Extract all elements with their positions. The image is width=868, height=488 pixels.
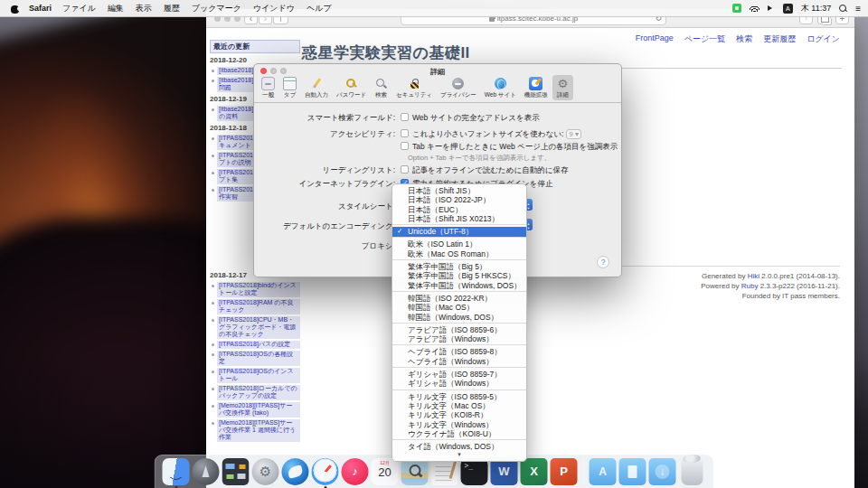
encoding-option[interactable]: アラビア語（Windows）: [392, 334, 526, 345]
spotlight-icon[interactable]: [839, 5, 847, 13]
footer-line-1: Generated by Hiki 2.0.0.pre1 (2014-08-13…: [600, 271, 840, 281]
launchpad-icon[interactable]: [193, 458, 220, 485]
encoding-option[interactable]: 日本語（Shift JIS X0213）: [392, 214, 526, 225]
sidebar-entry[interactable]: [ITPASS2018]CPU・MB・グラフィックボード・電源の不良チェック: [210, 316, 300, 339]
prefs-tab-privacy[interactable]: プライバシー: [437, 75, 480, 100]
encoding-option[interactable]: ヘブライ語（ISO 8859-8）: [392, 347, 526, 356]
menubar-app-name[interactable]: Safari: [29, 4, 52, 13]
nav-link[interactable]: 検索: [736, 33, 752, 45]
mission-control-icon[interactable]: [222, 458, 250, 485]
notification-center-icon[interactable]: ≡: [855, 5, 861, 13]
page-nav: FrontPageページ一覧検索更新履歴ログイン: [636, 33, 840, 45]
encoding-option[interactable]: 韓国語（ISO 2022-KR）: [392, 294, 526, 303]
dock-item-glyph: [193, 458, 220, 485]
sidebar-entry[interactable]: [ITPASS2018]ローカルでのバックアップの設定: [210, 385, 300, 400]
sidebar-entry[interactable]: [Memo2018][ITPASS]サーバ交換作業 1 週間後に行う作業: [210, 419, 300, 442]
font-size-checkbox[interactable]: [401, 129, 409, 137]
encoding-option[interactable]: キリル文字（Mac OS）: [392, 401, 526, 410]
menubar-menu[interactable]: ブックマーク: [192, 3, 241, 14]
dock-item-glyph: ♪: [342, 458, 369, 485]
prefs-tab-websites[interactable]: Web サイト: [481, 75, 520, 100]
encoding-option[interactable]: キリル文字（Windows）: [392, 420, 526, 429]
volume-icon[interactable]: [768, 5, 775, 11]
encoding-option[interactable]: ヘブライ語（Windows）: [392, 357, 526, 368]
menubar-menu[interactable]: 編集: [108, 3, 124, 14]
status-app-icon[interactable]: [732, 4, 741, 13]
nav-link[interactable]: ページ一覧: [684, 33, 725, 45]
calendar-icon[interactable]: 12月 20: [372, 458, 399, 485]
wifi-icon[interactable]: [750, 5, 760, 12]
nav-link[interactable]: 更新履歴: [763, 33, 796, 45]
prefs-tab-advanced[interactable]: ⚙ 詳細: [552, 75, 573, 100]
prefs-toolbar-icon: [261, 77, 275, 90]
encoding-option[interactable]: 韓国語（Windows, DOS）: [392, 313, 526, 324]
encoding-option[interactable]: Unicode（UTF-8）: [392, 227, 526, 238]
menubar-menu[interactable]: ヘルプ: [307, 3, 332, 14]
encoding-option[interactable]: 繁体字中国語（Big 5 HKSCS）: [392, 271, 526, 280]
encoding-option[interactable]: ギリシャ語（ISO 8859-7）: [392, 370, 526, 379]
encoding-option[interactable]: キリル文字（KOI8-R）: [392, 410, 526, 419]
applications-folder-icon[interactable]: A: [590, 458, 617, 485]
dock-separator[interactable]: [583, 458, 584, 485]
nav-link[interactable]: FrontPage: [636, 33, 674, 45]
sidebar-entry[interactable]: [ITPASS2018]OSのインストール: [210, 368, 300, 383]
help-button[interactable]: ?: [597, 256, 609, 268]
prefs-tab-tabs[interactable]: タブ: [279, 75, 300, 100]
encoding-option[interactable]: ウクライナ語（KOI8-U）: [392, 429, 526, 440]
system-preferences-icon[interactable]: ⚙: [252, 458, 279, 485]
finder-icon[interactable]: [163, 458, 190, 485]
menubar-clock[interactable]: 木 11:37: [801, 3, 831, 14]
encoding-option[interactable]: 欧米（Mac OS Roman）: [392, 249, 526, 260]
prefs-tab-passwords[interactable]: パスワード: [333, 75, 370, 100]
encoding-option[interactable]: 日本語（ISO 2022-JP）: [392, 195, 526, 204]
prefs-tab-general[interactable]: 一般: [258, 75, 278, 100]
input-source-icon[interactable]: A: [783, 4, 793, 14]
thunderbird-icon[interactable]: [282, 458, 309, 485]
trash-icon[interactable]: [682, 458, 703, 485]
encoding-option[interactable]: ギリシャ語（Windows）: [392, 379, 526, 389]
tab-highlight-checkbox[interactable]: [401, 142, 409, 150]
menubar-menu[interactable]: 表示: [136, 3, 152, 14]
hiki-link[interactable]: Hiki: [748, 272, 760, 280]
sidebar-entry-text: [ITPASS2018]バスの設定: [217, 341, 300, 349]
ruby-link[interactable]: Ruby: [741, 282, 759, 290]
apple-icon[interactable]: [11, 4, 20, 14]
reading-list-checkbox[interactable]: [401, 165, 409, 174]
prefs-tab-search[interactable]: 検索: [371, 75, 392, 100]
prefs-toolbar-label: パスワード: [336, 91, 366, 99]
encoding-option[interactable]: キリル文字（ISO 8859-5）: [392, 392, 526, 401]
encoding-option[interactable]: 欧米（ISO Latin 1）: [392, 239, 526, 249]
encoding-option[interactable]: タイ語（Windows, DOS）: [392, 442, 526, 451]
sidebar-entry-text: [ITPASS2018]ローカルでのバックアップの設定: [217, 385, 300, 400]
smart-search-checkbox[interactable]: [401, 113, 409, 121]
prefs-tab-autofill[interactable]: 自動入力: [301, 75, 332, 100]
dock-item-glyph: [312, 458, 339, 485]
font-size-select[interactable]: 9 ▾: [566, 129, 581, 139]
encoding-option[interactable]: 韓国語（Mac OS）: [392, 303, 526, 312]
dock-item-glyph: [619, 458, 646, 485]
sidebar-entry[interactable]: [ITPASS2018]bindのインストールと設定: [210, 282, 300, 297]
prefs-toolbar-icon: [344, 77, 358, 90]
menubar-menu[interactable]: ファイル: [62, 3, 96, 14]
nav-link[interactable]: ログイン: [807, 33, 840, 45]
menu-scroll-down-icon[interactable]: ▼: [392, 451, 526, 459]
documents-folder-icon[interactable]: [619, 458, 646, 485]
prefs-tab-extensions[interactable]: 機能拡張: [521, 75, 552, 100]
encoding-option[interactable]: 繁体字中国語（Windows, DOS）: [392, 281, 526, 292]
sidebar-entry[interactable]: [ITPASS2018]RAM の不良チェック: [210, 299, 300, 314]
encoding-option[interactable]: アラビア語（ISO 8859-6）: [392, 325, 526, 334]
encoding-option[interactable]: 繁体字中国語（Big 5）: [392, 262, 526, 271]
safari-icon[interactable]: [312, 458, 339, 485]
prefs-tab-security[interactable]: セキュリティ: [392, 75, 436, 100]
powerpoint-icon[interactable]: P: [551, 458, 578, 485]
sidebar-entry[interactable]: [ITPASS2018]OSの各種設定: [210, 351, 300, 366]
excel-icon[interactable]: X: [521, 458, 548, 485]
encoding-option[interactable]: 日本語（EUC）: [392, 205, 526, 214]
menubar-menu[interactable]: ウインドウ: [253, 3, 295, 14]
sidebar-entry[interactable]: [Memo2018][ITPASS]サーバ交換作業 (tako): [210, 402, 300, 418]
encoding-option[interactable]: 日本語（Shift JIS）: [392, 186, 526, 195]
itunes-icon[interactable]: ♪: [342, 458, 369, 485]
menubar-menu[interactable]: 履歴: [164, 3, 180, 14]
sidebar-entry[interactable]: [ITPASS2018]バスの設定: [210, 341, 300, 349]
downloads-folder-icon[interactable]: ↓: [649, 458, 676, 485]
